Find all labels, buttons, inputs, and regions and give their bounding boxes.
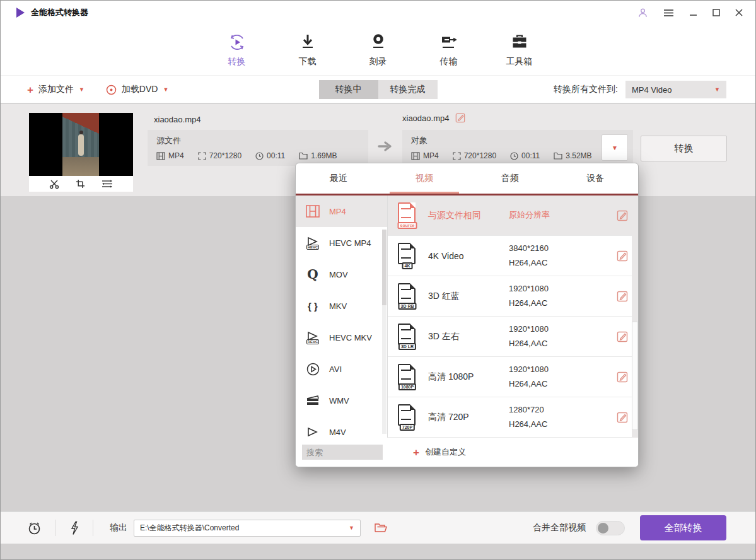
preset-file-icon: source (397, 202, 418, 229)
format-item-hevc-mkv[interactable]: HEVC HEVC MKV (296, 322, 387, 353)
play-circle-icon (304, 363, 322, 376)
folder-icon (299, 152, 308, 160)
source-duration: 00:11 (267, 151, 285, 160)
tab-video[interactable]: 视频 (381, 163, 467, 194)
format-item-mp4[interactable]: MP4 (296, 195, 387, 227)
edit-preset-button[interactable] (617, 210, 628, 221)
source-size: 1.69MB (311, 151, 337, 160)
preset-row-1080p[interactable]: 1080P 高清 1080P 1920*1080H264,AAC (388, 357, 638, 397)
target-resolution: 720*1280 (464, 151, 496, 160)
divider (55, 520, 56, 536)
merge-videos-label: 合并全部视频 (533, 522, 586, 534)
schedule-button[interactable] (27, 521, 42, 535)
preset-file-icon: 1080P (397, 364, 418, 390)
plus-icon: + (27, 85, 33, 95)
nav-tab-convert[interactable]: 转换 (211, 32, 263, 75)
format-item-hevc-mp4[interactable]: HEVC HEVC MP4 (296, 227, 387, 259)
video-thumbnail-card (29, 113, 133, 192)
divider (93, 520, 93, 536)
load-dvd-button[interactable]: 加载DVD ▼ (106, 84, 168, 95)
clapperboard-icon (304, 395, 322, 406)
search-input[interactable] (302, 445, 383, 460)
open-output-folder-button[interactable] (375, 523, 387, 533)
maximize-button[interactable] (711, 8, 721, 18)
preset-list: source 与源文件相同 原始分辨率 4K 4K Video 3840*216… (388, 195, 638, 438)
bottom-bar: 输出 E:\全能格式转换器\Converted ▼ 合并全部视频 全部转换 (1, 511, 755, 544)
nav-tab-download[interactable]: 下载 (282, 32, 334, 75)
preset-row-720p[interactable]: 720P 高清 720P 1280*720H264,AAC (388, 397, 638, 438)
target-label: 对象 (411, 135, 624, 146)
rename-button[interactable] (455, 113, 465, 123)
quicktime-icon: Q (304, 268, 322, 281)
titlebar: 全能格式转换器 (1, 1, 755, 25)
format-item-mkv[interactable]: { } MKV (296, 290, 387, 322)
format-item-m4v[interactable]: M4V (296, 416, 387, 438)
nav-tab-burn[interactable]: 刻录 (352, 32, 404, 75)
account-button[interactable] (636, 6, 649, 20)
format-list: MP4 HEVC HEVC MP4 Q MOV { } MKV HEVC HEV… (296, 195, 388, 438)
play-icon (304, 427, 322, 437)
preset-list-scrollbar[interactable] (632, 195, 638, 438)
create-custom-button[interactable]: + 创建自定义 (413, 446, 466, 458)
tab-converting[interactable]: 转换中 (319, 80, 378, 99)
main-nav: 转换 下载 刻录 传输 (1, 25, 755, 75)
target-panel: 对象 MP4 720*1280 00:11 3.52MB ▼ (402, 130, 633, 166)
preset-popup: 最近 视频 音频 设备 MP4 HEVC HEVC MP4 Q MOV (295, 163, 639, 467)
edit-icon (455, 113, 465, 123)
target-format: MP4 (423, 151, 439, 160)
edit-preset-button[interactable] (617, 371, 628, 383)
convert-all-button[interactable]: 全部转换 (640, 515, 726, 540)
film-icon (411, 152, 420, 160)
output-path-select[interactable]: E:\全能格式转换器\Converted ▼ (134, 520, 361, 537)
edit-preset-button[interactable] (617, 331, 628, 342)
edit-preset-button[interactable] (617, 250, 628, 262)
edit-preset-button[interactable] (617, 412, 628, 423)
minimize-icon (689, 9, 697, 16)
folder-icon (554, 152, 562, 160)
output-label: 输出 (110, 522, 127, 534)
output-path-value: E:\全能格式转换器\Converted (140, 523, 239, 534)
trim-button[interactable] (49, 179, 59, 189)
preset-row-same-as-source[interactable]: source 与源文件相同 原始分辨率 (388, 195, 638, 236)
nav-tab-transfer[interactable]: 传输 (423, 32, 475, 75)
app-title: 全能格式转换器 (31, 7, 88, 18)
add-file-button[interactable]: + 添加文件 ▼ (27, 84, 84, 95)
target-duration: 00:11 (521, 151, 540, 160)
preset-row-4k[interactable]: 4K 4K Video 3840*2160H264,AAC (388, 236, 638, 276)
folder-open-icon (375, 523, 387, 533)
edit-preset-button[interactable] (617, 291, 628, 302)
convert-row-button[interactable]: 转换 (641, 136, 727, 161)
tab-audio[interactable]: 音频 (467, 163, 553, 194)
maximize-icon (712, 9, 720, 16)
merge-videos-toggle[interactable] (596, 521, 625, 535)
convert-arrow-icon (378, 141, 393, 152)
hamburger-icon (663, 9, 674, 17)
crop-button[interactable] (76, 179, 85, 189)
tab-recent[interactable]: 最近 (296, 163, 381, 194)
format-item-wmv[interactable]: WMV (296, 385, 387, 416)
menu-button[interactable] (662, 8, 675, 18)
tab-device[interactable]: 设备 (552, 163, 638, 194)
format-item-avi[interactable]: AVI (296, 353, 387, 385)
high-speed-button[interactable] (70, 521, 79, 535)
preset-row-3d-rb[interactable]: 3D RB 3D 红蓝 1920*1080H264,AAC (388, 276, 638, 317)
source-resolution: 720*1280 (209, 151, 241, 160)
output-format-select[interactable]: MP4 Video ▼ (625, 81, 726, 98)
preset-dropdown-button[interactable]: ▼ (602, 134, 628, 161)
video-thumbnail (29, 113, 133, 176)
source-file-name: xiaodao.mp4 (154, 115, 201, 124)
tab-finished[interactable]: 转换完成 (378, 80, 438, 99)
matroska-icon: { } (304, 301, 322, 311)
convert-icon (228, 32, 247, 52)
preset-row-3d-lr[interactable]: 3D LR 3D 左右 1920*1080H264,AAC (388, 317, 638, 357)
close-button[interactable] (734, 8, 744, 18)
preset-file-icon: 4K (397, 243, 418, 269)
source-panel: 源文件 MP4 720*1280 00:11 1.69MB (148, 130, 368, 166)
format-item-mov[interactable]: Q MOV (296, 259, 387, 290)
close-icon (735, 9, 743, 16)
format-list-scrollbar[interactable] (382, 230, 387, 434)
effects-button[interactable] (102, 179, 113, 189)
resolution-icon (453, 152, 461, 160)
minimize-button[interactable] (688, 8, 699, 18)
nav-tab-toolbox[interactable]: 工具箱 (494, 32, 545, 75)
